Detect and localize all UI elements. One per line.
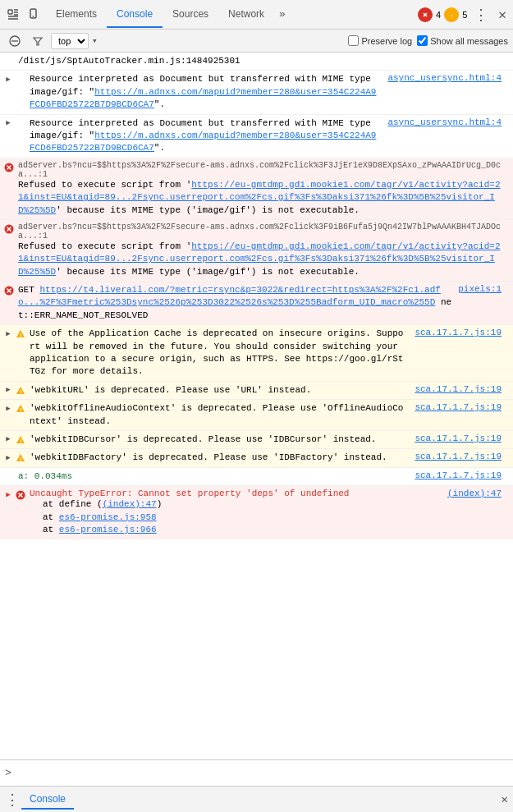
tab-sources[interactable]: Sources bbox=[163, 2, 218, 28]
log-entry-icon bbox=[15, 118, 26, 130]
toolbar-right: 4 ! 5 ⋮ ✕ bbox=[418, 6, 510, 24]
console-input-bar: > bbox=[0, 759, 513, 786]
log-entry-error: adServer.bs?ncu=$$https%3A%2F%2Fsecure-a… bbox=[0, 158, 513, 220]
log-source[interactable]: (index):47 bbox=[447, 489, 502, 498]
log-link[interactable]: https://m.adnxs.com/mapuid?member=280&us… bbox=[30, 87, 376, 109]
log-entry-icon bbox=[3, 56, 15, 67]
expand-arrow-icon[interactable]: ▶ bbox=[3, 489, 13, 499]
warning-icon: ! bbox=[15, 452, 26, 464]
log-entry-text: 'webkitOfflineAudioContext' is deprecate… bbox=[30, 402, 408, 428]
bottom-tab-bar: ⋮ Console ✕ bbox=[0, 786, 513, 812]
stack-link[interactable]: (index):47 bbox=[103, 499, 157, 509]
filter-button[interactable] bbox=[28, 31, 48, 51]
expand-arrow-icon[interactable]: ▶ bbox=[3, 434, 13, 444]
log-link[interactable]: https://eu-gmtdmp.gd1.mookie1.com/tagr/v… bbox=[18, 241, 501, 277]
level-filter-select[interactable]: top bbox=[51, 33, 89, 49]
stack-frame: at es6-promise.js:958 bbox=[43, 512, 502, 524]
log-source[interactable]: sca.17.1.7.js:19 bbox=[415, 434, 502, 443]
log-source[interactable]: sca.17.1.7.js:19 bbox=[415, 452, 502, 461]
log-entry: ▶ Resource interpreted as Document but t… bbox=[0, 115, 513, 158]
console-input[interactable] bbox=[16, 768, 508, 778]
svg-rect-0 bbox=[8, 10, 12, 14]
dropdown-arrow-icon: ▾ bbox=[92, 35, 98, 46]
log-entry-warning: ▶ ! 'webkitOfflineAudioContext' is depre… bbox=[0, 400, 513, 431]
expand-arrow-icon[interactable]: ▶ bbox=[3, 403, 13, 413]
log-entry-icon bbox=[15, 74, 26, 85]
tab-bar: Elements Console Sources Network » bbox=[46, 2, 291, 28]
error-count: 4 bbox=[436, 10, 441, 20]
preserve-log-checkbox[interactable] bbox=[348, 35, 359, 46]
show-all-messages-label[interactable]: Show all messages bbox=[417, 35, 508, 46]
expand-arrow-icon[interactable]: ▶ bbox=[3, 385, 13, 395]
log-source[interactable]: sca.17.1.7.js:19 bbox=[415, 328, 502, 337]
log-source[interactable]: sca.17.1.7.js:19 bbox=[415, 402, 502, 412]
stack-link[interactable]: es6-promise.js:966 bbox=[59, 525, 157, 534]
svg-text:!: ! bbox=[20, 388, 21, 394]
warn-badge: ! bbox=[444, 7, 459, 22]
log-entry-icon bbox=[3, 471, 15, 483]
warn-count-group: ! 5 bbox=[444, 7, 467, 22]
log-source[interactable]: async_usersync.html:4 bbox=[387, 117, 502, 127]
log-entry-text: Refused to execute script from 'https://… bbox=[18, 179, 502, 217]
log-source[interactable]: pixels:1 bbox=[458, 284, 502, 322]
log-entry-content: Uncaught TypeError: Cannot set property … bbox=[30, 489, 502, 536]
log-entry-text: 'webkitIDBFactory' is deprecated. Please… bbox=[30, 452, 408, 464]
log-entry-warning: ▶ ! Use of the Application Cache is depr… bbox=[0, 325, 513, 382]
log-entry-warning: ▶ ! 'webkitIDBCursor' is deprecated. Ple… bbox=[0, 431, 513, 449]
console-prompt-icon: > bbox=[5, 767, 11, 779]
log-entry-text: /dist/js/SptAutoTracker.min.js:148492530… bbox=[18, 55, 502, 67]
log-link[interactable]: https://eu-gmtdmp.gd1.mookie1.com/tagr/v… bbox=[18, 180, 501, 215]
stack-link[interactable]: es6-promise.js:958 bbox=[59, 512, 157, 522]
tab-console[interactable]: Console bbox=[107, 2, 163, 28]
log-entry: ▶ Resource interpreted as Document but t… bbox=[0, 71, 513, 114]
bottom-tab-console[interactable]: Console bbox=[21, 790, 74, 810]
log-source[interactable]: async_usersync.html:4 bbox=[387, 73, 502, 83]
preserve-log-label[interactable]: Preserve log bbox=[348, 35, 412, 46]
bottom-close-button[interactable]: ✕ bbox=[502, 792, 508, 806]
svg-text:!: ! bbox=[20, 407, 21, 413]
log-entry: /dist/js/SptAutoTracker.min.js:148492530… bbox=[0, 53, 513, 71]
error-icon bbox=[15, 489, 26, 501]
more-tabs-button[interactable]: » bbox=[274, 5, 291, 24]
log-source[interactable]: sca.17.1.7.js:19 bbox=[415, 384, 502, 394]
device-toolbar-button[interactable] bbox=[25, 5, 44, 25]
tab-network[interactable]: Network bbox=[218, 2, 274, 28]
log-link[interactable]: https://t4.liverail.com/?metric=rsync&p=… bbox=[18, 285, 441, 307]
inspect-element-button[interactable] bbox=[3, 5, 23, 25]
tab-elements[interactable]: Elements bbox=[46, 2, 107, 28]
log-entry-row: adServer.bs?ncu=$$https%3A%2F%2Fsecure-a… bbox=[18, 161, 502, 179]
log-link[interactable]: https://m.adnxs.com/mapuid?member=280&us… bbox=[30, 131, 376, 153]
svg-text:!: ! bbox=[20, 456, 21, 462]
error-icon bbox=[3, 162, 15, 173]
error-icon bbox=[3, 285, 15, 296]
svg-marker-15 bbox=[34, 38, 42, 45]
close-devtools-button[interactable]: ✕ bbox=[495, 7, 510, 23]
log-entry-text: 'webkitURL' is deprecated. Please use 'U… bbox=[30, 384, 408, 397]
expand-arrow-icon[interactable]: ▶ bbox=[3, 452, 13, 462]
svg-text:!: ! bbox=[20, 438, 21, 443]
stack-frame: at es6-promise.js:966 bbox=[43, 524, 502, 536]
expand-arrow-icon[interactable]: ▶ bbox=[3, 118, 13, 128]
warning-icon: ! bbox=[15, 328, 26, 340]
log-source[interactable]: sca.17.1.7.js:19 bbox=[415, 470, 502, 480]
kebab-menu-button[interactable]: ⋮ bbox=[470, 6, 492, 24]
error-icon bbox=[3, 223, 15, 235]
log-entry-row: adServer.bs?ncu=$$https%3A%2F%2Fsecure-a… bbox=[18, 222, 502, 241]
log-entry-content: adServer.bs?ncu=$$https%3A%2F%2Fsecure-a… bbox=[18, 222, 502, 278]
expand-arrow-icon[interactable]: ▶ bbox=[3, 74, 13, 84]
clear-console-button[interactable] bbox=[5, 31, 25, 51]
warn-count: 5 bbox=[462, 10, 467, 20]
log-entry-text: a: 0.034ms bbox=[18, 470, 408, 483]
log-entry-text: Resource interpreted as Document but tra… bbox=[30, 117, 381, 155]
svg-text:!: ! bbox=[20, 333, 21, 338]
expand-arrow-icon[interactable]: ▶ bbox=[3, 328, 13, 338]
log-entry-text: Resource interpreted as Document but tra… bbox=[30, 73, 381, 111]
filter-options: Preserve log Show all messages bbox=[348, 35, 508, 46]
log-entry-content: adServer.bs?ncu=$$https%3A%2F%2Fsecure-a… bbox=[18, 161, 502, 217]
error-count-group: 4 bbox=[418, 7, 441, 22]
show-all-messages-checkbox[interactable] bbox=[417, 35, 428, 46]
log-entry-warning: ▶ ! 'webkitURL' is deprecated. Please us… bbox=[0, 382, 513, 400]
bottom-dots-button[interactable]: ⋮ bbox=[5, 791, 20, 809]
log-entry-error: adServer.bs?ncu=$$https%3A%2F%2Fsecure-a… bbox=[0, 220, 513, 282]
warning-icon: ! bbox=[15, 434, 26, 446]
